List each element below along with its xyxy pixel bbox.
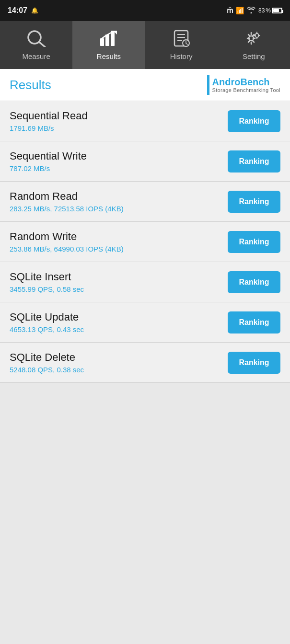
result-row: SQLite Insert 3455.99 QPS, 0.58 sec Rank… (0, 262, 290, 302)
status-time: 14:07 (8, 6, 27, 15)
svg-line-1 (39, 42, 45, 47)
result-info: SQLite Delete 5248.08 QPS, 0.38 sec (10, 351, 228, 374)
ranking-button[interactable]: Ranking (228, 352, 280, 374)
page-header: Results AndroBench Storage Benchmarking … (0, 69, 290, 101)
nav-item-results[interactable]: Results (72, 21, 145, 69)
logo-bar (207, 75, 209, 95)
results-icon (100, 30, 118, 49)
result-info: SQLite Insert 3455.99 QPS, 0.58 sec (10, 271, 228, 293)
nav-label-setting: Setting (243, 52, 265, 60)
nav-item-setting[interactable]: Setting (218, 21, 290, 69)
result-name: Random Write (10, 230, 228, 243)
result-value: 4653.13 QPS, 0.43 sec (10, 325, 228, 334)
result-value: 253.86 MB/s, 64990.03 IOPS (4KB) (10, 245, 228, 253)
nav-label-history: History (170, 52, 193, 60)
status-left: 14:07 🔔 (8, 6, 38, 15)
nav-label-measure: Measure (22, 52, 50, 60)
result-row: Random Write 253.86 MB/s, 64990.03 IOPS … (0, 222, 290, 262)
status-bar: 14:07 🔔 m̈ 📶 83% (0, 0, 290, 21)
bottom-area (0, 383, 290, 479)
result-name: SQLite Delete (10, 351, 228, 364)
result-row: SQLite Delete 5248.08 QPS, 0.38 sec Rank… (0, 343, 290, 383)
result-row: Sequential Read 1791.69 MB/s Ranking (0, 101, 290, 141)
result-info: Sequential Write 787.02 MB/s (10, 150, 228, 172)
result-row: Sequential Write 787.02 MB/s Ranking (0, 141, 290, 182)
battery-icon: 83% (258, 7, 282, 14)
app-logo: AndroBench Storage Benchmarking Tool (207, 75, 280, 95)
svg-rect-2 (100, 38, 104, 46)
logo-sub: Storage Benchmarking Tool (212, 87, 280, 93)
result-name: Sequential Write (10, 150, 228, 162)
results-list: Sequential Read 1791.69 MB/s Ranking Seq… (0, 101, 290, 383)
ranking-button[interactable]: Ranking (228, 191, 280, 213)
status-right: m̈ 📶 83% (227, 7, 282, 15)
page-title: Results (10, 78, 51, 92)
ranking-button[interactable]: Ranking (228, 271, 280, 293)
wifi-icon (247, 7, 255, 15)
speed-icon: m̈ (227, 7, 233, 14)
history-icon (173, 30, 190, 49)
setting-icon (244, 30, 263, 49)
result-value: 5248.08 QPS, 0.38 sec (10, 366, 228, 374)
result-info: SQLite Update 4653.13 QPS, 0.43 sec (10, 311, 228, 334)
ranking-button[interactable]: Ranking (228, 110, 280, 132)
result-name: SQLite Insert (10, 271, 228, 283)
nav-item-history[interactable]: History (145, 21, 218, 69)
result-value: 3455.99 QPS, 0.58 sec (10, 285, 228, 293)
result-name: Random Read (10, 190, 228, 203)
result-info: Random Write 253.86 MB/s, 64990.03 IOPS … (10, 230, 228, 253)
logo-main: AndroBench (212, 77, 270, 87)
nav-bar: Measure Results History (0, 21, 290, 69)
result-row: Random Read 283.25 MB/s, 72513.58 IOPS (… (0, 182, 290, 222)
result-info: Random Read 283.25 MB/s, 72513.58 IOPS (… (10, 190, 228, 213)
result-value: 1791.69 MB/s (10, 124, 228, 132)
svg-rect-3 (105, 34, 109, 46)
ranking-button[interactable]: Ranking (228, 311, 280, 334)
nav-item-measure[interactable]: Measure (0, 21, 72, 69)
status-extra-icon: 🔔 (31, 7, 38, 14)
signal-bars: 📶 (236, 7, 244, 14)
result-value: 283.25 MB/s, 72513.58 IOPS (4KB) (10, 205, 228, 213)
result-name: Sequential Read (10, 110, 228, 122)
nav-label-results: Results (97, 52, 121, 60)
measure-icon (27, 30, 46, 49)
result-name: SQLite Update (10, 311, 228, 323)
ranking-button[interactable]: Ranking (228, 150, 280, 172)
result-value: 787.02 MB/s (10, 164, 228, 172)
result-row: SQLite Update 4653.13 QPS, 0.43 sec Rank… (0, 302, 290, 343)
ranking-button[interactable]: Ranking (228, 231, 280, 253)
result-info: Sequential Read 1791.69 MB/s (10, 110, 228, 132)
